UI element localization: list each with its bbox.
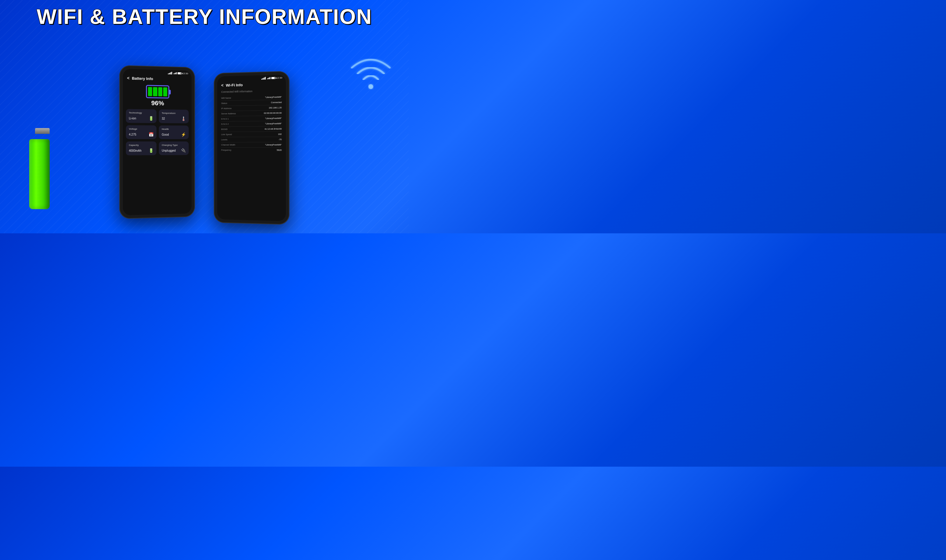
wifi-key-7: Link Speed bbox=[221, 133, 232, 136]
technology-icon: 🔋 bbox=[149, 116, 154, 121]
battery-capacity-cell: Capacity 4000mAh 🔋 bbox=[126, 142, 156, 155]
wifi-row-5: D.N.S 2"LibraryFreeWifi" bbox=[221, 121, 282, 127]
wifi-value-2: 192.186.1.20 bbox=[269, 106, 281, 109]
wifi-key-10: Frequency bbox=[221, 149, 231, 151]
battery-charging-type-cell: Charging Type Unplugged 🔌 bbox=[159, 142, 188, 155]
battery-percentage: 96% bbox=[123, 99, 191, 107]
svg-point-0 bbox=[369, 84, 373, 89]
main-title: WIFI & BATTERY INFORMATION bbox=[0, 0, 409, 28]
wifi-value-0: "LibraryFreeWifi" bbox=[265, 96, 282, 98]
wifi-key-0: Wifi Name bbox=[221, 97, 231, 100]
wifi-row-6: BSSID4c:12:e8:3f:6d:69 bbox=[221, 126, 282, 132]
temperature-icon: 🌡️ bbox=[181, 116, 186, 121]
capacity-icon: 🔋 bbox=[149, 148, 154, 153]
wifi-row-9: Channel Width"LibraryFreeWifi" bbox=[221, 142, 282, 148]
charging-icon: 🔌 bbox=[181, 148, 186, 153]
back-arrow-battery[interactable]: < bbox=[127, 76, 130, 80]
voltage-icon: 📅 bbox=[149, 132, 154, 137]
battery-health-cell: Health Good ⚡ bbox=[159, 125, 188, 139]
battery-technology-cell: Technology Li-ion 🔋 bbox=[126, 109, 156, 123]
wifi-value-7: 162 bbox=[278, 133, 282, 135]
wifi-row-4: D.N.S 1"LibraryFreeWifi" bbox=[221, 116, 282, 122]
wifi-value-9: "LibraryFreeWifi" bbox=[265, 143, 282, 146]
wifi-key-4: D.N.S 1 bbox=[221, 117, 229, 120]
wifi-value-3: 02:00:00:00:00:00 bbox=[264, 112, 282, 115]
wifi-info-list: Wifi Name"LibraryFreeWifi"StatusConnecte… bbox=[217, 94, 286, 153]
wifi-value-1: Connected bbox=[271, 101, 282, 104]
battery-phone-frame: 12:30 < Battery Info 96% bbox=[119, 65, 195, 219]
wifi-screen-title: Wi-Fi Info bbox=[226, 83, 242, 87]
wifi-key-9: Channel Width bbox=[221, 143, 235, 146]
battery-info-grid: Technology Li-ion 🔋 Temperature 32 🌡️ bbox=[123, 109, 191, 155]
wifi-key-2: IP Address bbox=[221, 107, 231, 110]
back-arrow-wifi[interactable]: < bbox=[221, 83, 224, 88]
wifi-key-1: Status bbox=[221, 102, 227, 105]
health-icon: ⚡ bbox=[181, 132, 186, 137]
battery-temperature-cell: Temperature 32 🌡️ bbox=[159, 109, 188, 123]
wifi-value-5: "LibraryFreeWifi" bbox=[265, 122, 282, 125]
wifi-phone-frame: 12:30 < Wi-Fi Info Connected Wifi Inform… bbox=[214, 71, 289, 225]
wifi-value-6: 4c:12:e8:3f:6d:69 bbox=[264, 128, 282, 130]
wifi-symbol-decoration bbox=[347, 52, 394, 91]
battery-screen-title: Battery Info bbox=[132, 76, 153, 81]
wifi-row-10: Frequency5620 bbox=[221, 148, 282, 152]
wifi-value-4: "LibraryFreeWifi" bbox=[265, 117, 282, 120]
wifi-value-10: 5620 bbox=[277, 149, 282, 151]
battery-icon-large bbox=[146, 85, 169, 98]
wifi-key-3: Server Address bbox=[221, 112, 236, 115]
battery-cylinder-decoration bbox=[29, 133, 49, 209]
wifi-value-8: -70 bbox=[279, 138, 282, 141]
battery-voltage-cell: Voltage 4.275 📅 bbox=[126, 125, 156, 139]
wifi-row-7: Link Speed162 bbox=[221, 132, 282, 137]
wifi-key-5: D.N.S 2 bbox=[221, 123, 229, 125]
wifi-key-6: BSSID bbox=[221, 128, 228, 131]
wifi-row-8: Levels-70 bbox=[221, 137, 282, 143]
wifi-key-8: Levels bbox=[221, 138, 227, 141]
